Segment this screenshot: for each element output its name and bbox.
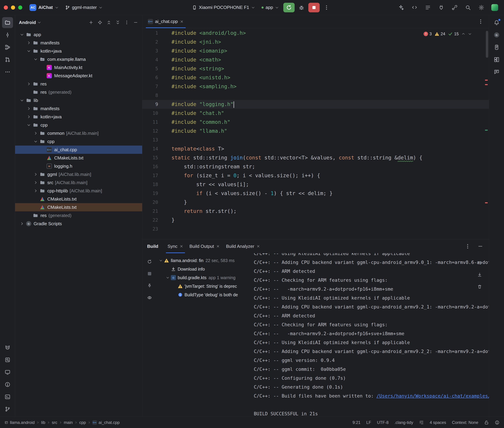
search-button[interactable] <box>463 3 472 12</box>
plugins-button[interactable] <box>437 3 446 12</box>
logcat-button[interactable] <box>2 342 13 353</box>
chevron-right-icon[interactable] <box>26 81 32 87</box>
tree-item-cmakelists-txt[interactable]: CMakeLists.txt <box>15 195 142 203</box>
device-selector[interactable]: Xiaomi POCOPHONE F1 <box>190 3 257 11</box>
tree-item-gradle-scripts[interactable]: GGradle Scripts <box>15 220 142 228</box>
notifications-button[interactable] <box>491 17 502 28</box>
tree-item-messageadapter-kt[interactable]: KMessageAdapter.kt <box>15 72 142 80</box>
tree-item-lib[interactable]: lib <box>15 96 142 105</box>
close-icon[interactable] <box>216 244 220 248</box>
build-tree-item-buildtype-debug-is-both-de[interactable]: BuildType 'debug' is both de <box>157 290 249 299</box>
code-line-2[interactable]: 2#include <jni.h> <box>142 38 489 46</box>
window-zoom-button[interactable] <box>18 6 22 10</box>
ai-assistant-button[interactable] <box>397 3 406 12</box>
status-widget[interactable]: Context: None <box>452 420 478 425</box>
debug-button[interactable] <box>297 3 306 12</box>
code-review-button[interactable] <box>410 3 419 12</box>
chevron-right-icon[interactable] <box>33 171 39 177</box>
expand-all-button[interactable] <box>105 18 113 26</box>
close-icon[interactable] <box>256 244 260 248</box>
lock-open-button[interactable] <box>484 420 489 425</box>
code-line-16[interactable]: 16 std::ostringstream str; <box>142 162 489 171</box>
prev-issue-button[interactable] <box>461 32 465 36</box>
tree-item-res[interactable]: res <box>15 80 142 88</box>
build-tab-build-analyzer[interactable]: Build Analyzer <box>223 239 263 253</box>
tree-item-kotlin-java[interactable]: kotlin+java <box>15 47 142 55</box>
run-config-selector[interactable]: app <box>259 3 281 11</box>
code-line-19[interactable]: 19 if (i < values.size() - 1) { str << d… <box>142 189 489 198</box>
eye-button[interactable] <box>145 293 154 302</box>
chevron-right-icon[interactable] <box>26 106 32 112</box>
run-button[interactable] <box>283 3 295 12</box>
code-line-18[interactable]: 18 str << values[i]; <box>142 180 489 189</box>
code-line-21[interactable]: 21 return str.str(); <box>142 207 489 216</box>
code-line-10[interactable]: 10#include "chat.h" <box>142 109 489 118</box>
hide-button[interactable] <box>132 18 140 26</box>
code-line-23[interactable]: 23 <box>142 224 489 233</box>
indent-guides-button[interactable] <box>419 420 424 425</box>
code-line-9[interactable]: 9#include "logging.h" <box>142 100 489 109</box>
passed-indicator[interactable]: 15 <box>448 29 459 38</box>
errors-indicator[interactable]: ! 3 <box>424 29 432 38</box>
layout-inspector-button[interactable] <box>491 54 502 65</box>
locate-button[interactable] <box>96 18 104 26</box>
kebab-button[interactable] <box>123 18 131 26</box>
status-widget[interactable]: 4 spaces <box>430 420 446 425</box>
stop-disabled-button[interactable] <box>145 269 154 278</box>
code-line-15[interactable]: 15static std::string join(const std::vec… <box>142 153 489 162</box>
breadcrumb-item[interactable]: ai_chat.cpp <box>99 420 120 425</box>
more-run-actions-button[interactable] <box>322 3 331 12</box>
change-stripe-mark[interactable] <box>485 130 488 131</box>
code-line-7[interactable]: 7#include <sampling.h> <box>142 82 489 91</box>
tree-item-res[interactable]: res(generated) <box>15 88 142 96</box>
window-close-button[interactable] <box>4 6 8 10</box>
code-line-17[interactable]: 17 for (size_t i = 0; i < values.size();… <box>142 171 489 180</box>
app-insights-button[interactable] <box>491 66 502 77</box>
chevron-down-icon[interactable] <box>158 258 164 263</box>
plus-button[interactable] <box>87 18 95 26</box>
tree-item-res[interactable]: res(generated) <box>15 211 142 220</box>
next-issue-button[interactable] <box>468 32 472 36</box>
chevron-down-icon[interactable] <box>26 48 32 54</box>
tree-item-cpp-httplib[interactable]: cpp-httplib[AiChat.lib.main] <box>15 187 142 195</box>
build-tab-build-output[interactable]: Build Output <box>186 239 223 253</box>
code-line-3[interactable]: 3#include <iomanip> <box>142 46 489 55</box>
editor-tab-options-button[interactable] <box>476 17 485 26</box>
tree-item-src[interactable]: src[AiChat.lib.main] <box>15 179 142 187</box>
chevron-right-icon[interactable] <box>33 180 39 186</box>
soft-wrap-button[interactable] <box>475 258 484 267</box>
breadcrumb-item[interactable]: llama.android <box>10 420 35 425</box>
code-line-6[interactable]: 6#include <unistd.h> <box>142 73 489 82</box>
avatar-button[interactable] <box>490 3 499 12</box>
status-widget[interactable]: LF <box>366 420 371 425</box>
commit-log-button[interactable] <box>423 3 432 12</box>
project-selector[interactable]: AC AiChat <box>27 3 61 12</box>
code-line-5[interactable]: 5#include <string> <box>142 64 489 73</box>
chevron-down-icon[interactable] <box>33 56 39 62</box>
tree-item-kotlin-java[interactable]: kotlin+java <box>15 113 142 121</box>
chevron-down-icon[interactable] <box>26 122 32 128</box>
terminal-button[interactable] <box>2 391 13 402</box>
share-link-button[interactable] <box>450 3 459 12</box>
tree-item-manifests[interactable]: manifests <box>15 105 142 113</box>
warnings-indicator[interactable]: 24 <box>435 29 445 38</box>
app-inspection-button[interactable] <box>2 354 13 365</box>
chevron-down-icon[interactable] <box>19 97 25 103</box>
build-window-title[interactable]: Build <box>147 244 158 249</box>
code-editor[interactable]: 1#include <android/log.h>2#include <jni.… <box>142 28 489 239</box>
branch-selector[interactable]: ggml-master <box>63 3 105 11</box>
chevron-down-icon[interactable] <box>165 275 171 280</box>
editor-scrollbar[interactable] <box>486 31 488 58</box>
build-options-button[interactable] <box>463 242 472 251</box>
tree-item-ggml[interactable]: ggml[AiChat.lib.main] <box>15 170 142 179</box>
chevron-down-icon[interactable] <box>33 138 39 145</box>
scroll-to-end-button[interactable] <box>475 270 484 279</box>
chevron-right-icon[interactable] <box>26 114 32 120</box>
chevron-right-icon[interactable] <box>19 221 25 227</box>
code-line-8[interactable]: 8 <box>142 91 489 100</box>
chevron-right-icon[interactable] <box>33 188 39 194</box>
breadcrumb-item[interactable]: cpp <box>79 420 86 425</box>
settings-button[interactable] <box>477 3 486 12</box>
tree-item-common[interactable]: common[AiChat.lib.main] <box>15 129 142 137</box>
code-line-13[interactable]: 13 <box>142 135 489 144</box>
